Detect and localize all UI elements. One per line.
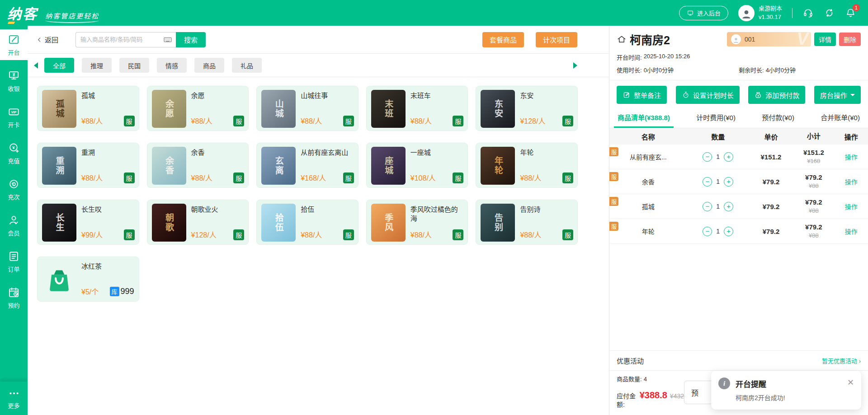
sidebar-item-more[interactable]: 更多 (0, 382, 28, 415)
combo-products-button[interactable]: 套餐商品 (482, 32, 524, 47)
order-item-name: 从前有座玄... (609, 152, 687, 161)
sidebar-item-booking[interactable]: 预约 (0, 282, 28, 313)
product-price: ¥128/人 (520, 115, 545, 126)
order-note-button[interactable]: 整单备注 (617, 86, 667, 104)
category-scroll-left-icon[interactable] (34, 62, 38, 69)
sidebar-item-member[interactable]: 会员 (0, 210, 28, 241)
product-thumbnail: 长生 (42, 204, 76, 242)
moneybag-icon: ¥ (754, 91, 762, 99)
product-card[interactable]: 山城 山城往事 ¥88/人 服 (256, 86, 359, 131)
sidebar-item-vip-card[interactable]: VIP 开卡 (0, 102, 28, 132)
product-price: ¥88/人 (301, 229, 322, 240)
row-action-link[interactable]: 操作 (845, 228, 858, 235)
quantity-plus-button[interactable]: + (724, 202, 733, 211)
detail-button[interactable]: 详情 (814, 33, 836, 46)
promo-section: 优惠活动 暂无优惠活动 › (609, 350, 868, 370)
category-chip[interactable]: 礼品 (232, 58, 262, 73)
caret-down-icon (850, 94, 855, 98)
row-action-link[interactable]: 操作 (845, 178, 858, 186)
sidebar-item-cashier[interactable]: ¥ 收银 (0, 65, 28, 96)
sidebar-item-open-table[interactable]: 开台 (0, 29, 28, 60)
product-price: ¥88/人 (191, 115, 212, 126)
sidebar-item-recharge[interactable]: ¥ 充值 (0, 138, 28, 168)
quantity-minus-button[interactable]: − (703, 152, 712, 162)
product-card[interactable]: 重溯 重溯 ¥88/人 服 (37, 143, 139, 188)
service-badge: 服 (233, 229, 244, 240)
category-scroll-right-icon[interactable] (573, 62, 577, 69)
quantity-minus-button[interactable]: − (703, 227, 712, 236)
open-time-value: 2025-10-20 15:26 (644, 53, 690, 61)
quantity-plus-button[interactable]: + (724, 227, 733, 236)
product-card[interactable]: 长生 长生叹 ¥99/人 服 (37, 200, 139, 245)
unit-price: ¥79.2 (749, 228, 793, 235)
search-button[interactable]: 搜索 (176, 32, 206, 47)
quantity-minus-button[interactable]: − (703, 202, 712, 211)
row-action-link[interactable]: 操作 (845, 154, 858, 161)
product-card[interactable]: 拾伍 拾伍 ¥88/人 服 (256, 200, 359, 245)
quantity-value: 1 (716, 153, 720, 160)
service-tag: 服 (609, 147, 618, 156)
product-card[interactable]: 余香 余香 ¥88/人 服 (147, 143, 249, 188)
product-price: ¥88/人 (301, 115, 322, 126)
category-chip[interactable]: 情感 (157, 58, 187, 73)
search-input[interactable] (75, 32, 176, 47)
quantity-plus-button[interactable]: + (724, 152, 733, 162)
order-row: 服 孤城 − 1 + ¥79.2 ¥79.2¥88 操作 (609, 194, 868, 219)
quantity-plus-button[interactable]: + (724, 177, 733, 187)
sync-icon[interactable] (824, 7, 835, 19)
panel-tab[interactable]: 商品清单(¥388.8) (614, 107, 674, 128)
customer-service-icon[interactable] (802, 7, 814, 19)
notification-bell-icon[interactable]: 1 (845, 7, 856, 19)
product-card[interactable]: 朝歌 朝歌业火 ¥128/人 服 (147, 200, 249, 245)
toast-close-icon[interactable]: ✕ (847, 378, 854, 387)
panel-tab[interactable]: 计时费用(¥0) (693, 107, 739, 128)
sidebar-item-label: 充值 (8, 156, 19, 165)
enter-backend-button[interactable]: 进入后台 (679, 6, 728, 20)
add-prepayment-button[interactable]: ¥添加预付款 (748, 86, 805, 104)
sidebar-item-recharge-times[interactable]: 充次 (0, 174, 28, 205)
set-planned-time-button[interactable]: 设置计划时长 (676, 86, 740, 104)
delete-button[interactable]: 删除 (839, 33, 861, 46)
member-chip[interactable]: 001 V (727, 32, 811, 47)
product-card[interactable]: 玄离 从前有座玄离山 ¥168/人 服 (256, 143, 359, 188)
row-action-link[interactable]: 操作 (845, 203, 858, 210)
open-time-label: 开台时间: (617, 53, 642, 61)
unit-price: ¥79.2 (749, 178, 793, 186)
quantity-value: 1 (716, 203, 720, 210)
category-chip[interactable]: 全部 (44, 58, 74, 73)
panel-tab[interactable]: 预付款(¥0) (758, 107, 798, 128)
product-card[interactable]: 东安 东安 ¥128/人 服 (476, 86, 578, 131)
category-chip[interactable]: 民国 (119, 58, 149, 73)
product-card[interactable]: 季风 季风吹过橘色的海 ¥88/人 服 (366, 200, 468, 245)
product-card[interactable]: 余愿 余愿 ¥88/人 服 (147, 86, 249, 131)
keyboard-icon[interactable] (163, 32, 176, 47)
promo-link[interactable]: 暂无优惠活动 › (822, 356, 861, 365)
service-tag: 服 (609, 222, 618, 231)
quantity-minus-button[interactable]: − (703, 177, 712, 187)
product-card[interactable]: 冰红茶 ¥5/个库999 (37, 256, 139, 302)
svg-text:VIP: VIP (11, 110, 17, 114)
service-badge: 服 (562, 173, 573, 183)
count-items-button[interactable]: 计次项目 (536, 32, 577, 47)
sidebar-item-orders[interactable]: 订单 (0, 246, 28, 277)
room-operations-button[interactable]: 房台操作 (814, 86, 861, 104)
category-chip[interactable]: 商品 (194, 58, 224, 73)
product-toolbar: 返回 搜索 套餐商品 计次项目 (28, 26, 609, 54)
product-card[interactable]: 孤城 孤城 ¥88/人 服 (37, 86, 139, 131)
panel-tab[interactable]: 合并账单(¥0) (817, 107, 863, 128)
product-card[interactable]: 告别 告别诗 ¥88/人 服 (476, 200, 578, 245)
product-price: ¥108/人 (410, 172, 436, 183)
product-card[interactable]: 座城 一座城 ¥108/人 服 (366, 143, 468, 188)
notification-count-badge: 1 (853, 4, 860, 11)
product-price: ¥128/人 (191, 229, 217, 240)
product-name: 告别诗 (520, 205, 573, 214)
product-card[interactable]: 年轮 年轮 ¥88/人 服 (476, 143, 578, 188)
toast-message: 柯南房2开台成功! (736, 393, 854, 402)
product-name: 冰红茶 (81, 262, 134, 271)
back-button[interactable]: 返回 (36, 35, 58, 44)
account-info[interactable]: 桌游剧本 v1.30.17 (738, 5, 782, 22)
product-card[interactable]: 末班 末班车 ¥88/人 服 (366, 86, 468, 131)
product-name: 重溯 (81, 148, 134, 157)
category-chip[interactable]: 推理 (82, 58, 112, 73)
monitor-icon (687, 9, 694, 17)
